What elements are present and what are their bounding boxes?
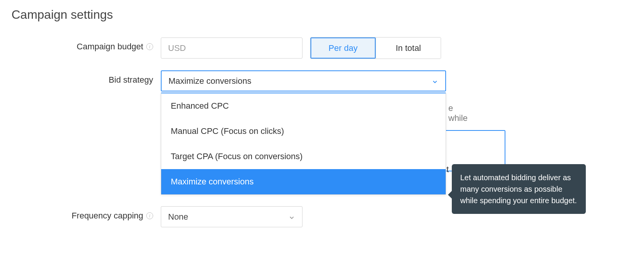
bid-option-enhanced-cpc[interactable]: Enhanced CPC xyxy=(161,93,446,119)
bid-strategy-row: Bid strategy Maximize conversions e whil… xyxy=(11,70,633,91)
campaign-budget-input[interactable] xyxy=(161,37,302,59)
info-icon[interactable]: i xyxy=(146,43,153,50)
bid-strategy-select[interactable]: Maximize conversions xyxy=(161,70,446,91)
in-total-button[interactable]: In total xyxy=(376,37,441,59)
bid-option-target-cpa[interactable]: Target CPA (Focus on conversions) xyxy=(161,144,446,169)
occluded-char: t xyxy=(446,165,449,174)
page-title: Campaign settings xyxy=(11,8,633,22)
frequency-capping-selected-value: None xyxy=(168,212,188,222)
campaign-budget-row: Campaign budget i Per day In total xyxy=(11,37,633,59)
frequency-capping-select[interactable]: None xyxy=(161,206,302,227)
chevron-down-icon xyxy=(432,78,438,85)
frequency-capping-label: Frequency capping xyxy=(72,211,143,221)
per-day-button[interactable]: Per day xyxy=(311,37,376,59)
bid-strategy-selected-value: Maximize conversions xyxy=(168,76,251,86)
bid-strategy-label: Bid strategy xyxy=(109,75,153,85)
chevron-down-icon xyxy=(288,213,295,220)
campaign-budget-label: Campaign budget xyxy=(77,42,143,52)
budget-period-toggle: Per day In total xyxy=(310,37,441,59)
bid-strategy-tooltip: Let automated bidding deliver as many co… xyxy=(452,164,586,214)
occluded-text-fragment: e while xyxy=(448,103,467,123)
info-icon[interactable]: i xyxy=(146,212,153,219)
bid-option-manual-cpc[interactable]: Manual CPC (Focus on clicks) xyxy=(161,119,446,144)
bid-option-maximize-conversions[interactable]: Maximize conversions xyxy=(161,169,446,194)
bid-strategy-dropdown: Enhanced CPC Manual CPC (Focus on clicks… xyxy=(161,93,446,195)
